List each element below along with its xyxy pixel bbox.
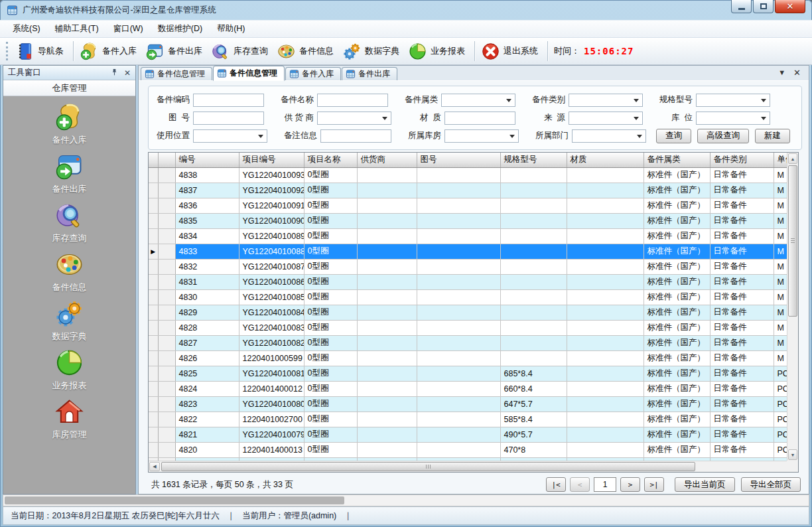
page-number-input[interactable]: 1: [594, 477, 616, 492]
search-input[interactable]: [193, 94, 264, 107]
table-row[interactable]: 482012204014000130型圈470*8标准件（国产）日常备件PC: [149, 442, 787, 457]
sidebar-item[interactable]: 备件出库: [30, 150, 109, 196]
search-input[interactable]: [320, 129, 391, 143]
last-page-button[interactable]: >|: [644, 477, 664, 492]
table-row[interactable]: 482612204010005990型圈标准件（国产）日常备件M: [149, 350, 787, 366]
search-input[interactable]: [193, 112, 264, 125]
query-button[interactable]: 查询: [656, 129, 691, 143]
table-row[interactable]: 4823YG122040100800型圈647*5.7标准件（国产）日常备件PC: [149, 396, 787, 412]
horizontal-scrollbar-thumb[interactable]: [161, 462, 695, 471]
row-header[interactable]: [158, 350, 175, 366]
row-header[interactable]: [158, 412, 175, 427]
toolbar-button[interactable]: 退出系统: [478, 40, 544, 63]
search-select[interactable]: [317, 112, 391, 125]
horizontal-scrollbar[interactable]: ◀: [149, 461, 787, 472]
tab-item[interactable]: 备件信息管理: [141, 67, 212, 80]
scroll-down-icon[interactable]: ▼: [788, 449, 797, 460]
sidebar-item[interactable]: 库存查询: [30, 199, 109, 246]
sidebar-item[interactable]: 备件信息: [30, 248, 109, 295]
table-row[interactable]: 482212204010027000型圈585*8.4标准件（国产）日常备件PC: [149, 412, 787, 427]
sidebar-item[interactable]: 备件入库: [30, 101, 109, 147]
menu-item[interactable]: 窗口(W): [106, 21, 151, 37]
table-row[interactable]: 4837YG122040100920型圈标准件（国产）日常备件M: [149, 183, 787, 198]
column-header[interactable]: 项目编号: [239, 153, 304, 167]
row-header[interactable]: [158, 396, 175, 412]
menu-item[interactable]: 辅助工具(T): [48, 21, 106, 37]
close-button[interactable]: ✕: [775, 0, 805, 13]
new-button[interactable]: 新建: [755, 129, 790, 143]
search-select[interactable]: [193, 129, 267, 143]
minimize-button[interactable]: [731, 0, 752, 13]
column-header[interactable]: 单位: [774, 153, 787, 167]
toolbar-button[interactable]: 导航条: [13, 40, 70, 63]
menu-item[interactable]: 系统(S): [5, 21, 48, 37]
vertical-scrollbar[interactable]: ▲ ▼: [787, 153, 798, 461]
search-input[interactable]: [444, 112, 515, 125]
tool-window-close-icon[interactable]: ✕: [124, 68, 131, 78]
toolbar-button[interactable]: 备件信息: [274, 40, 340, 63]
table-row[interactable]: 4831YG122040100860型圈标准件（国产）日常备件M: [149, 274, 787, 289]
row-header[interactable]: [158, 259, 175, 274]
column-header[interactable]: 备件类别: [710, 153, 774, 167]
row-header[interactable]: [158, 198, 175, 213]
table-row[interactable]: 4835YG122040100900型圈标准件（国产）日常备件M: [149, 213, 787, 228]
row-header[interactable]: [158, 427, 175, 442]
table-row[interactable]: ▶4833YG122040100880型圈标准件（国产）日常备件M: [149, 244, 787, 259]
export-current-page-button[interactable]: 导出当前页: [675, 477, 735, 492]
tab-list-dropdown-icon[interactable]: ▼: [778, 69, 785, 76]
column-header[interactable]: 图号: [417, 153, 500, 167]
toolbar-button[interactable]: 备件出库: [143, 40, 208, 63]
advanced-query-button[interactable]: 高级查询: [697, 129, 749, 143]
next-page-button[interactable]: >: [620, 477, 640, 492]
row-header[interactable]: [158, 274, 175, 289]
row-header[interactable]: [158, 381, 175, 396]
search-select[interactable]: [696, 112, 770, 125]
row-header[interactable]: [158, 320, 175, 335]
export-all-pages-button[interactable]: 导出全部页: [741, 477, 801, 492]
search-select[interactable]: [572, 129, 646, 143]
warehouse-section-header[interactable]: 仓库管理: [3, 80, 135, 96]
search-select[interactable]: [569, 112, 643, 125]
table-row[interactable]: 4825YG122040100810型圈685*8.4标准件（国产）日常备件PC: [149, 366, 787, 381]
sidebar-item[interactable]: 业务报表: [30, 346, 109, 393]
scroll-left-icon[interactable]: ◀: [149, 462, 160, 471]
tab-item[interactable]: 备件入库: [285, 67, 341, 80]
column-header[interactable]: 供货商: [357, 153, 417, 167]
row-header[interactable]: [158, 244, 175, 259]
row-header[interactable]: [158, 366, 175, 381]
table-row[interactable]: 4830YG122040100850型圈标准件（国产）日常备件M: [149, 289, 787, 305]
column-header[interactable]: 项目名称: [304, 153, 357, 167]
column-header[interactable]: 备件属类: [643, 153, 710, 167]
bottom-scroll-thumb[interactable]: [5, 496, 344, 504]
tab-close-icon[interactable]: ✕: [793, 68, 801, 77]
row-header[interactable]: [158, 183, 175, 198]
pin-icon[interactable]: [111, 68, 118, 78]
search-input[interactable]: [317, 94, 388, 107]
menu-item[interactable]: 帮助(H): [210, 21, 252, 37]
table-row[interactable]: 4834YG122040100890型圈标准件（国产）日常备件M: [149, 228, 787, 244]
row-header[interactable]: [158, 228, 175, 244]
toolbar-button[interactable]: 库存查询: [208, 40, 274, 63]
search-select[interactable]: [444, 129, 519, 143]
maximize-button[interactable]: [753, 0, 774, 13]
vertical-scrollbar-thumb[interactable]: [788, 165, 797, 317]
tab-item[interactable]: 备件出库: [342, 67, 397, 80]
vertical-scrollbar-track[interactable]: [787, 317, 798, 449]
row-header[interactable]: [158, 213, 175, 228]
search-select[interactable]: [696, 94, 770, 107]
table-row[interactable]: 4832YG122040100870型圈标准件（国产）日常备件M: [149, 259, 787, 274]
table-row[interactable]: 4829YG122040100840型圈标准件（国产）日常备件M: [149, 305, 787, 320]
table-row[interactable]: 4836YG122040100910型圈标准件（国产）日常备件M: [149, 198, 787, 213]
prev-page-button[interactable]: <: [570, 477, 590, 492]
column-header[interactable]: 材质: [567, 153, 643, 167]
horizontal-scrollbar-track[interactable]: [696, 461, 787, 472]
table-row[interactable]: 4827YG122040100820型圈标准件（国产）日常备件M: [149, 335, 787, 350]
table-row[interactable]: 4838YG122040100930型圈标准件（国产）日常备件M: [149, 167, 787, 183]
row-header[interactable]: [158, 335, 175, 350]
row-header[interactable]: [158, 305, 175, 320]
table-row[interactable]: 4828YG122040100830型圈标准件（国产）日常备件M: [149, 320, 787, 335]
menu-item[interactable]: 数据维护(D): [151, 21, 210, 37]
column-header[interactable]: 编号: [175, 153, 239, 167]
sidebar-item[interactable]: 库房管理: [30, 396, 109, 442]
row-header[interactable]: [158, 167, 175, 183]
